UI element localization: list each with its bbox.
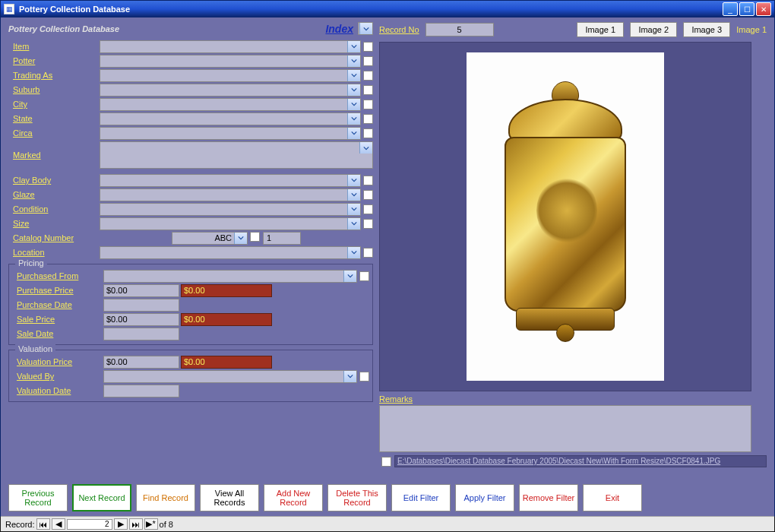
remarks-label: Remarks (379, 394, 767, 404)
index-link[interactable]: Index (325, 23, 353, 35)
input-city[interactable] (100, 98, 361, 111)
check-purchased-from[interactable] (359, 271, 369, 281)
check-trading-as[interactable] (363, 71, 373, 81)
image3-button[interactable]: Image 3 (683, 22, 730, 37)
image1-button[interactable]: Image 1 (577, 22, 624, 37)
app-title-row: Pottery Collection Database Index (8, 21, 373, 40)
last-record-button[interactable]: ⏭ (129, 518, 143, 530)
input-circa[interactable] (100, 127, 361, 140)
pricing-fieldset: Pricing Purchased From Purchase Price$0.… (8, 264, 373, 345)
check-path[interactable] (381, 457, 391, 467)
exit-button[interactable]: Exit (583, 484, 642, 511)
record-no-value: 5 (425, 23, 494, 36)
add-new-record-button[interactable]: Add New Record (264, 484, 323, 511)
check-suburb[interactable] (363, 85, 373, 95)
label-catalog-number: Catalog Number (8, 233, 100, 242)
button-bar: Previous Record Next Record Find Record … (1, 480, 774, 516)
input-catalog-num[interactable]: 1 (263, 232, 301, 245)
image-panel (379, 42, 751, 391)
check-catalog[interactable] (250, 232, 260, 242)
input-glaze[interactable] (100, 188, 361, 201)
remove-filter-button[interactable]: Remove Filter (519, 484, 578, 511)
display-sale-price-conv: $0.00 (181, 313, 272, 326)
maximize-button[interactable]: ☐ (739, 2, 754, 16)
input-state[interactable] (100, 112, 361, 125)
right-panel: Record No 5 Image 1 Image 2 Image 3 Imag… (379, 21, 767, 477)
label-purchased-from: Purchased From (12, 271, 103, 280)
titlebar: ▦ Pottery Collection Database _ ☐ ✕ (1, 1, 774, 17)
edit-filter-button[interactable]: Edit Filter (391, 484, 451, 511)
input-purchase-date[interactable] (103, 299, 179, 312)
next-record-button[interactable]: Next Record (72, 484, 131, 511)
input-valuation-price[interactable]: $0.00 (103, 356, 179, 369)
chevron-down-icon (347, 41, 360, 52)
app-window: ▦ Pottery Collection Database _ ☐ ✕ Pott… (0, 0, 775, 517)
valuation-fieldset: Valuation Valuation Price$0.00$0.00 Valu… (8, 350, 373, 402)
delete-record-button[interactable]: Delete This Record (327, 484, 387, 511)
record-position-input[interactable] (67, 519, 112, 530)
pricing-legend: Pricing (15, 258, 47, 268)
chevron-down-icon (343, 371, 356, 382)
record-total: of 8 (160, 520, 173, 529)
input-marked[interactable] (100, 141, 373, 169)
chevron-down-icon (359, 23, 372, 34)
check-condition[interactable] (363, 204, 373, 214)
chevron-down-icon (234, 233, 247, 244)
check-state[interactable] (363, 114, 373, 124)
check-item[interactable] (363, 42, 373, 52)
input-condition[interactable] (100, 203, 361, 216)
input-item[interactable] (100, 40, 361, 53)
image-path[interactable]: E:\Databases\Diecast Database February 2… (394, 455, 767, 467)
record-nav-label: Record: (5, 520, 35, 529)
input-location[interactable] (100, 246, 361, 259)
new-record-nav-button[interactable]: ▶* (144, 518, 158, 530)
display-purchase-price-conv: $0.00 (181, 284, 272, 297)
input-purchased-from[interactable] (103, 270, 357, 283)
apply-filter-button[interactable]: Apply Filter (455, 484, 514, 511)
minimize-button[interactable]: _ (723, 2, 738, 16)
label-item: Item (8, 42, 100, 51)
pottery-image (467, 52, 664, 381)
check-valued-by[interactable] (359, 372, 369, 382)
input-trading-as[interactable] (100, 69, 361, 82)
first-record-button[interactable]: ⏮ (36, 518, 50, 530)
input-sale-price[interactable]: $0.00 (103, 313, 179, 326)
app-icon: ▦ (4, 4, 14, 14)
valuation-legend: Valuation (15, 344, 55, 353)
next-record-nav-button[interactable]: ▶ (114, 518, 128, 530)
label-suburb: Suburb (8, 85, 100, 94)
close-button[interactable]: ✕ (756, 2, 771, 16)
input-sale-date[interactable] (103, 328, 179, 340)
check-glaze[interactable] (363, 190, 373, 200)
index-dropdown[interactable] (358, 22, 373, 35)
label-valuation-price: Valuation Price (12, 357, 103, 366)
label-potter: Potter (8, 56, 100, 65)
chevron-down-icon (359, 142, 372, 154)
previous-record-button[interactable]: Previous Record (8, 484, 68, 511)
view-all-records-button[interactable]: View All Records (200, 484, 259, 511)
check-clay-body[interactable] (363, 176, 373, 185)
input-catalog-code[interactable]: ABC (172, 232, 248, 245)
input-potter[interactable] (100, 55, 361, 68)
input-purchase-price[interactable]: $0.00 (103, 284, 179, 297)
check-location[interactable] (363, 248, 373, 258)
find-record-button[interactable]: Find Record (136, 484, 195, 511)
image2-button[interactable]: Image 2 (630, 22, 677, 37)
input-clay-body[interactable] (100, 174, 361, 187)
input-suburb[interactable] (100, 84, 361, 97)
chevron-down-icon (347, 70, 360, 81)
input-valuation-date[interactable] (103, 385, 179, 397)
check-city[interactable] (363, 100, 373, 109)
label-purchase-price: Purchase Price (12, 286, 103, 295)
label-purchase-date: Purchase Date (12, 300, 103, 309)
check-size[interactable] (363, 219, 373, 229)
current-image-label: Image 1 (736, 25, 767, 34)
check-circa[interactable] (363, 128, 373, 138)
remarks-input[interactable] (379, 405, 751, 452)
input-size[interactable] (100, 217, 361, 230)
label-trading-as: Trading As (8, 71, 100, 80)
label-valued-by: Valued By (12, 372, 103, 381)
prev-record-button[interactable]: ◀ (52, 518, 65, 530)
check-potter[interactable] (363, 56, 373, 66)
input-valued-by[interactable] (103, 370, 357, 383)
